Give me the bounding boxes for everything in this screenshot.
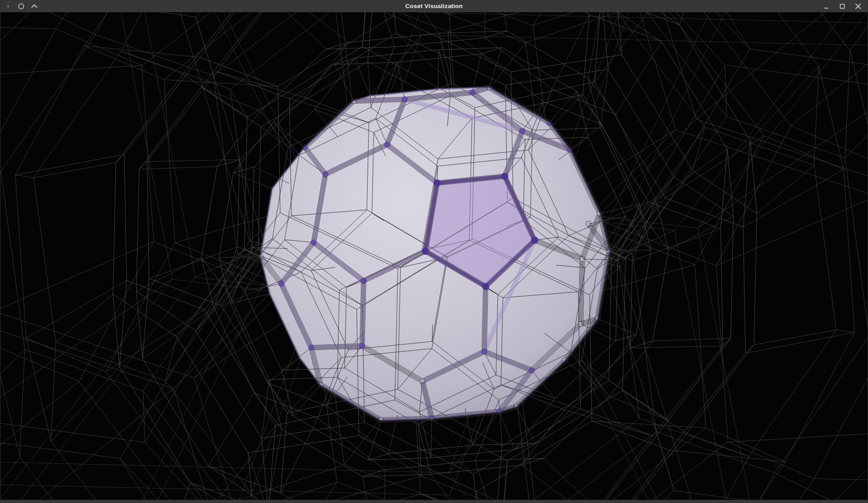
close-button[interactable] — [853, 1, 863, 11]
window-bottom-border — [0, 500, 868, 503]
chevron-up-icon[interactable] — [30, 2, 38, 10]
coset-scene — [0, 12, 868, 500]
window-title: Coset Visualization — [0, 3, 868, 9]
window-controls — [822, 1, 868, 11]
dot-icon[interactable] — [4, 2, 12, 10]
minimize-button[interactable] — [822, 1, 831, 11]
maximize-button[interactable] — [837, 1, 847, 11]
circle-icon[interactable] — [17, 2, 25, 10]
titlebar-left-icons — [0, 2, 38, 10]
viewport-3d[interactable] — [0, 12, 868, 500]
app-window: Coset Visualization — [0, 0, 868, 503]
titlebar[interactable]: Coset Visualization — [0, 0, 868, 12]
